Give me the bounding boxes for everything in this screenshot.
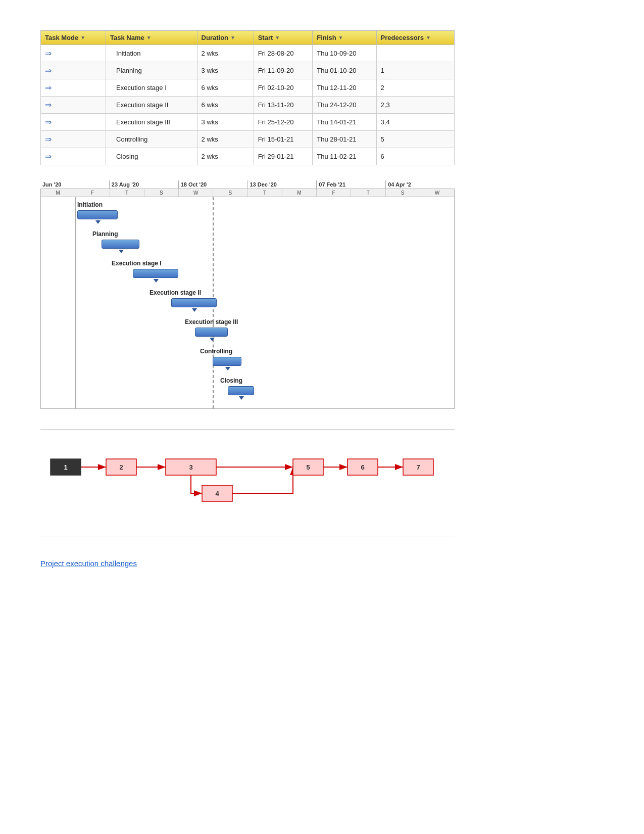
network-diagram: 1234567	[40, 445, 455, 511]
task-duration-cell: 2 wks	[197, 148, 254, 165]
table-row: ⇒ Execution stage II 6 wks Fri 13-11-20 …	[41, 97, 455, 114]
task-name-cell: Execution stage III	[106, 114, 197, 131]
gantt-chart: Jun '20 23 Aug '20 18 Oct '20 13 Dec '20…	[40, 180, 455, 409]
task-mode-cell: ⇒	[41, 114, 106, 131]
task-start-cell: Fri 15-01-21	[254, 131, 313, 148]
task-mode-icon: ⇒	[45, 100, 52, 110]
gantt-task-label: Initiation	[77, 201, 103, 208]
task-duration-cell: 6 wks	[197, 97, 254, 114]
table-row: ⇒ Controlling 2 wks Fri 15-01-21 Thu 28-…	[41, 131, 455, 148]
section-divider	[40, 429, 455, 430]
task-name-cell: Execution stage I	[106, 79, 197, 97]
network-edge	[191, 475, 202, 493]
task-mode-cell: ⇒	[41, 62, 106, 79]
section-divider-2	[40, 536, 455, 536]
task-name-cell: Planning	[106, 62, 197, 79]
sort-icon[interactable]: ▼	[338, 35, 343, 40]
task-duration-cell: 2 wks	[197, 45, 254, 62]
task-start-cell: Fri 02-10-20	[254, 79, 313, 97]
gantt-task-label: Closing	[220, 377, 242, 384]
col-header-duration: Duration ▼	[197, 31, 254, 45]
gantt-task-label: Controlling	[200, 348, 232, 355]
task-mode-icon: ⇒	[45, 49, 52, 58]
network-node-label: 3	[189, 464, 192, 471]
task-mode-cell: ⇒	[41, 97, 106, 114]
task-mode-cell: ⇒	[41, 148, 106, 165]
task-pred-cell: 5	[376, 131, 454, 148]
task-mode-cell: ⇒	[41, 45, 106, 62]
task-start-cell: Fri 28-08-20	[254, 45, 313, 62]
gantt-day-header: M F T S W S T M F T S W	[40, 189, 455, 197]
gantt-bar	[77, 210, 118, 219]
table-row: ⇒ Execution stage III 3 wks Fri 25-12-20…	[41, 114, 455, 131]
task-mode-icon: ⇒	[45, 134, 52, 144]
network-node-label: 1	[64, 464, 67, 471]
sort-icon[interactable]: ▼	[275, 35, 280, 40]
task-table: Task Mode ▼ Task Name ▼ Duration ▼ Start	[40, 30, 455, 165]
task-pred-cell: 2,3	[376, 97, 454, 114]
network-node-label: 2	[119, 464, 123, 471]
gantt-bar-arrow	[119, 250, 124, 253]
col-header-start: Start ▼	[254, 31, 313, 45]
gantt-bar	[102, 240, 139, 249]
gantt-bar	[213, 357, 241, 366]
gantt-bar	[133, 269, 178, 278]
task-mode-icon: ⇒	[45, 152, 52, 161]
col-header-task-mode: Task Mode ▼	[41, 31, 106, 45]
gantt-task-label: Execution stage II	[150, 289, 201, 296]
task-start-cell: Fri 11-09-20	[254, 62, 313, 79]
task-name-cell: Initiation	[106, 45, 197, 62]
task-duration-cell: 3 wks	[197, 62, 254, 79]
task-mode-cell: ⇒	[41, 79, 106, 97]
task-duration-cell: 6 wks	[197, 79, 254, 97]
gantt-month-header: Jun '20 23 Aug '20 18 Oct '20 13 Dec '20…	[40, 180, 455, 189]
task-finish-cell: Thu 12-11-20	[313, 79, 376, 97]
gantt-bar-arrow	[225, 367, 230, 370]
sort-icon[interactable]: ▼	[230, 35, 235, 40]
gantt-bar	[171, 298, 217, 307]
gantt-bar-arrow	[95, 220, 101, 224]
project-execution-link[interactable]: Project execution challenges	[40, 559, 137, 568]
network-svg: 1234567	[40, 445, 455, 511]
task-finish-cell: Thu 24-12-20	[313, 97, 376, 114]
gantt-bar-arrow	[239, 396, 244, 400]
task-start-cell: Fri 13-11-20	[254, 97, 313, 114]
task-mode-icon: ⇒	[45, 117, 52, 127]
col-header-predecessors: Predecessors ▼	[376, 31, 454, 45]
gantt-bar-arrow	[154, 279, 159, 283]
task-name-cell: Controlling	[106, 131, 197, 148]
task-duration-cell: 3 wks	[197, 114, 254, 131]
task-finish-cell: Thu 01-10-20	[313, 62, 376, 79]
task-pred-cell: 2	[376, 79, 454, 97]
gantt-body: InitiationPlanningExecution stage IExecu…	[40, 197, 455, 409]
network-node-label: 7	[416, 464, 420, 471]
task-mode-cell: ⇒	[41, 131, 106, 148]
network-node-label: 5	[306, 464, 310, 471]
gantt-task-label: Execution stage III	[185, 318, 238, 326]
task-finish-cell: Thu 28-01-21	[313, 131, 376, 148]
gantt-task-label: Planning	[92, 230, 118, 238]
network-edge	[232, 467, 293, 493]
task-name-cell: Execution stage II	[106, 97, 197, 114]
sort-icon[interactable]: ▼	[426, 35, 431, 40]
task-name-cell: Closing	[106, 148, 197, 165]
table-row: ⇒ Planning 3 wks Fri 11-09-20 Thu 01-10-…	[41, 62, 455, 79]
sort-icon[interactable]: ▼	[80, 35, 85, 40]
task-finish-cell: Thu 11-02-21	[313, 148, 376, 165]
table-row: ⇒ Initiation 2 wks Fri 28-08-20 Thu 10-0…	[41, 45, 455, 62]
task-pred-cell	[376, 45, 454, 62]
task-mode-icon: ⇒	[45, 66, 52, 75]
gantt-bar	[195, 328, 228, 337]
task-finish-cell: Thu 10-09-20	[313, 45, 376, 62]
gantt-bar-arrow	[210, 338, 215, 341]
table-row: ⇒ Closing 2 wks Fri 29-01-21 Thu 11-02-2…	[41, 148, 455, 165]
col-header-finish: Finish ▼	[313, 31, 376, 45]
sort-icon[interactable]: ▼	[146, 35, 152, 40]
gantt-bar	[228, 386, 254, 395]
task-finish-cell: Thu 14-01-21	[313, 114, 376, 131]
col-header-task-name: Task Name ▼	[106, 31, 197, 45]
gantt-task-label: Execution stage I	[112, 260, 162, 267]
task-start-cell: Fri 25-12-20	[254, 114, 313, 131]
task-pred-cell: 6	[376, 148, 454, 165]
task-mode-icon: ⇒	[45, 83, 52, 92]
